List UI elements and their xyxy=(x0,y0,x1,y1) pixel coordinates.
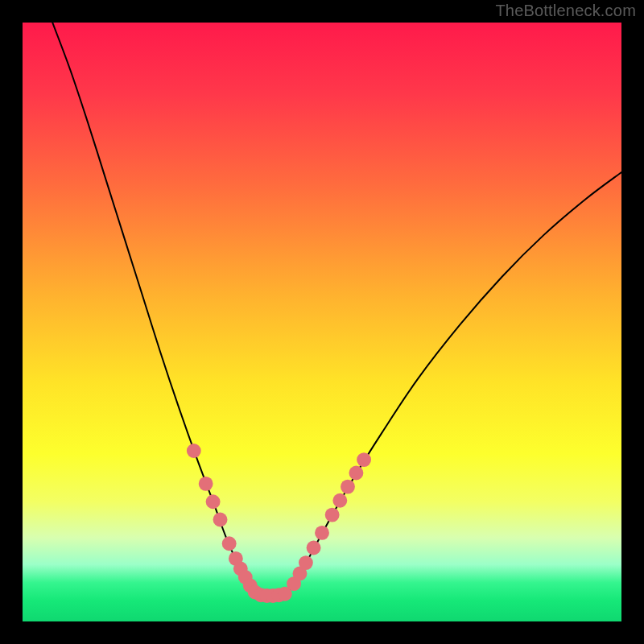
dots-right-branch-dot xyxy=(332,493,347,508)
curve-right xyxy=(288,172,621,592)
plot-area xyxy=(23,23,621,621)
dots-right-branch-dot xyxy=(315,526,329,540)
outer-frame: TheBottleneck.com xyxy=(0,0,644,644)
curve-left xyxy=(52,23,254,592)
dots-left-branch-dot xyxy=(222,536,237,551)
dots-left-branch-dot xyxy=(187,444,201,458)
dots-right-branch-dot xyxy=(325,508,340,522)
dots-left-branch-dot xyxy=(206,494,221,509)
dots-right-branch-dot xyxy=(357,452,371,467)
watermark-text: TheBottleneck.com xyxy=(495,2,636,20)
dots-right-branch-dot xyxy=(341,480,355,494)
dots-left-branch-dot xyxy=(199,477,213,491)
dots-left-branch-dot xyxy=(213,513,228,527)
curve-layer xyxy=(23,23,621,621)
dots-right-branch-dot xyxy=(349,466,363,481)
dots-right-branch-dot xyxy=(307,541,321,555)
dots-right-branch-dot xyxy=(299,555,313,570)
